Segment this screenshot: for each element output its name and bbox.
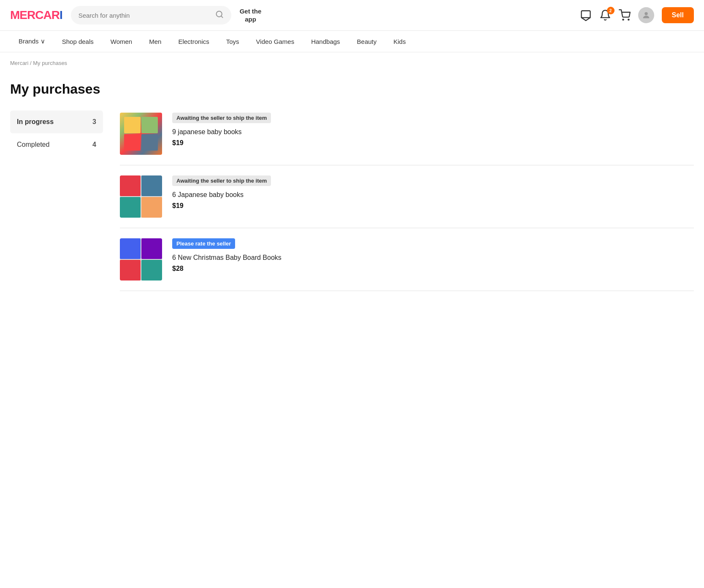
svg-point-4 [628, 19, 629, 20]
nav-electronics[interactable]: Electronics [170, 31, 217, 52]
page-title: My purchases [10, 81, 103, 97]
logo-red: MERCAR [10, 8, 60, 22]
purchase-item[interactable]: Awaiting the seller to ship the item 9 j… [120, 102, 694, 165]
sidebar-item-completed[interactable]: Completed 4 [10, 133, 103, 156]
nav-video-games[interactable]: Video Games [248, 31, 303, 52]
search-bar[interactable] [71, 6, 231, 24]
item-image [120, 175, 162, 218]
item-status-badge: Awaiting the seller to ship the item [172, 113, 271, 123]
nav-shop-deals[interactable]: Shop deals [54, 31, 102, 52]
svg-line-1 [221, 16, 223, 18]
nav-men[interactable]: Men [141, 31, 170, 52]
item-status-badge-rate[interactable]: Please rate the seller [172, 238, 235, 249]
sell-button[interactable]: Sell [662, 7, 694, 23]
nav-handbags[interactable]: Handbags [303, 31, 348, 52]
purchase-item[interactable]: Awaiting the seller to ship the item 6 J… [120, 165, 694, 228]
search-input[interactable] [79, 12, 212, 19]
nav-beauty[interactable]: Beauty [349, 31, 385, 52]
search-icon [215, 10, 224, 20]
item-name: 6 New Christmas Baby Board Books [172, 253, 694, 262]
cart-button[interactable] [619, 9, 631, 21]
avatar[interactable] [638, 7, 654, 23]
item-name: 9 japanese baby books [172, 127, 694, 137]
item-image [120, 238, 162, 281]
sidebar-in-progress-count: 3 [92, 118, 96, 126]
purchase-item[interactable]: Please rate the seller 6 New Christmas B… [120, 228, 694, 291]
get-app-button[interactable]: Get the app [240, 7, 262, 24]
item-price: $19 [172, 202, 694, 210]
svg-point-5 [644, 12, 647, 15]
header: MERCARI Get the app 2 [0, 0, 704, 31]
breadcrumb: Mercari / My purchases [0, 52, 704, 69]
svg-point-3 [623, 19, 623, 20]
main-content: My purchases In progress 3 Completed 4 A… [0, 69, 704, 308]
notification-badge: 2 [607, 7, 615, 14]
sidebar-item-in-progress[interactable]: In progress 3 [10, 111, 103, 133]
svg-rect-2 [581, 11, 590, 18]
item-info: Awaiting the seller to ship the item 9 j… [172, 113, 694, 147]
breadcrumb-current: My purchases [33, 60, 67, 66]
messages-button[interactable] [580, 9, 592, 21]
sidebar: My purchases In progress 3 Completed 4 [10, 69, 103, 291]
nav-brands[interactable]: Brands ∨ [10, 31, 54, 52]
item-info: Please rate the seller 6 New Christmas B… [172, 238, 694, 272]
purchases-list: Awaiting the seller to ship the item 9 j… [120, 69, 694, 291]
breadcrumb-separator: / [28, 60, 33, 66]
nav-toys[interactable]: Toys [218, 31, 248, 52]
main-nav: Brands ∨ Shop deals Women Men Electronic… [0, 31, 704, 52]
logo-blue: I [60, 8, 62, 22]
sidebar-completed-count: 4 [92, 141, 96, 148]
notifications-button[interactable]: 2 [599, 9, 611, 21]
item-status-badge: Awaiting the seller to ship the item [172, 175, 271, 186]
item-info: Awaiting the seller to ship the item 6 J… [172, 175, 694, 210]
avatar-image [638, 7, 654, 23]
sidebar-in-progress-label: In progress [17, 118, 54, 126]
logo[interactable]: MERCARI [10, 8, 62, 22]
item-price: $19 [172, 139, 694, 147]
header-icons: 2 Sell [580, 7, 694, 23]
item-image [120, 113, 162, 155]
nav-kids[interactable]: Kids [385, 31, 414, 52]
item-name: 6 Japanese baby books [172, 190, 694, 200]
item-price: $28 [172, 265, 694, 272]
nav-women[interactable]: Women [102, 31, 141, 52]
breadcrumb-home[interactable]: Mercari [10, 60, 28, 66]
sidebar-completed-label: Completed [17, 141, 49, 148]
